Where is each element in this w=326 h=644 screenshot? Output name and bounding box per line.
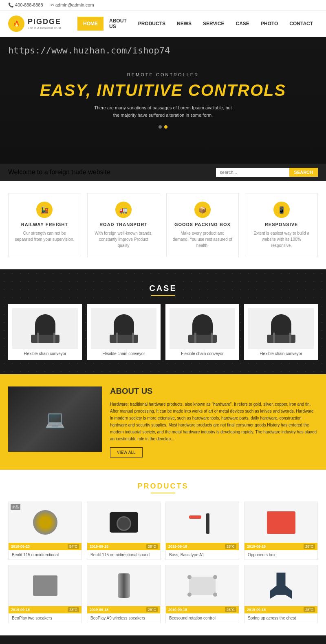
feature-card-2: 🚛 ROAD TRANSPORT With foreign well-known… (87, 193, 160, 257)
main-nav: HOME ABOUT US PRODUCTS NEWS SERVICE CASE… (77, 14, 319, 33)
footer: CONTACT 📞 Tel: 400-500-5000 📠 传真: 400-88… (0, 635, 326, 644)
case-item-4[interactable]: Flexible chain conveyor (244, 304, 318, 360)
case-label-4: Flexible chain conveyor (248, 351, 314, 356)
product-name-1: BeoIit 115 omnidirectional (9, 550, 82, 560)
product-name-7: Beosound rotation control (166, 613, 239, 623)
product-card-8[interactable]: 2019-09-18 28°C Spring up across the che… (244, 565, 318, 623)
features-section: 🚂 RAILWAY FREIGHT Our strength can not b… (0, 181, 326, 269)
about-section: ABOUT US Hardware: traditional hardware … (0, 374, 326, 470)
hero-banner: https://www.huzhan.com/ishop74 REMOTE CO… (0, 37, 326, 164)
logo[interactable]: 🔥 PIGDGE Life Is A Beautiful Trust (8, 16, 61, 32)
feature-icon-4: 📱 (273, 202, 290, 218)
product-date-7: 2019-09-18 (168, 608, 187, 612)
product-temp-4: 28°C (304, 544, 315, 549)
product-date-6: 2019-09-18 (90, 608, 108, 612)
product-card-4[interactable]: 2019-09-18 28°C Opponents box (244, 502, 318, 560)
feature-icon-1: 🚂 (36, 202, 53, 218)
product-temp-2: 28°C (146, 544, 158, 549)
feature-icon-2: 🚛 (115, 202, 132, 218)
product-temp-1: 54°C (68, 544, 79, 549)
product-visual-6 (118, 573, 130, 598)
hero-description: There are many variations of passages of… (94, 104, 232, 119)
case-item-1[interactable]: Flexible chain conveyor (8, 304, 82, 360)
product-new-badge-1: 新品 (11, 504, 20, 510)
product-datebar-4: 2019-09-18 28°C (244, 543, 317, 550)
product-name-5: BeoPlay two speakers (9, 613, 82, 623)
product-date-8: 2019-09-18 (247, 608, 266, 612)
case-img-4 (248, 308, 314, 349)
hero-title-rest: INTUITIVE CONTROLS (91, 81, 286, 99)
product-datebar-6: 2019-09-18 28°C (87, 606, 160, 613)
search-button[interactable]: SEARCH (289, 168, 318, 177)
product-card-7[interactable]: 2019-09-18 28°C Beosound rotation contro… (165, 565, 239, 623)
product-visual-4 (267, 511, 295, 534)
nav-home[interactable]: HOME (77, 17, 104, 31)
product-date-3: 2019-09-18 (168, 544, 187, 549)
hero-dots (40, 125, 286, 129)
product-card-5[interactable]: 2019-09-18 28°C BeoPlay two speakers (8, 565, 82, 623)
products-underline (151, 493, 175, 493)
nav-contact[interactable]: CONTACT (284, 17, 319, 31)
case-label-2: Flexible chain conveyor (91, 351, 156, 356)
product-img-4 (244, 502, 317, 543)
about-viewall-button[interactable]: VIEW ALL (110, 447, 143, 457)
feature-title-4: RESPONSIVE (251, 222, 311, 227)
email-address: admin@admin.com (51, 2, 94, 7)
product-img-6 (87, 565, 160, 606)
nav-service[interactable]: SERVICE (197, 17, 230, 31)
product-name-8: Spring up across the chest (244, 613, 317, 623)
logo-sub: Life Is A Beautiful Trust (28, 26, 61, 30)
phone-number: 400-888-8888 (8, 2, 43, 7)
product-datebar-2: 2019-09-18 28°C (87, 543, 160, 550)
product-card-6[interactable]: 2019-09-18 28°C BeoPlay A9 wireless spea… (87, 565, 161, 623)
product-name-2: BeoIit 115 omnidirectional sound (87, 550, 160, 560)
case-item-3[interactable]: Flexible chain conveyor (165, 304, 239, 360)
product-temp-5: 28°C (68, 607, 79, 612)
case-label-1: Flexible chain conveyor (12, 351, 78, 356)
product-temp-3: 28°C (225, 544, 236, 549)
product-img-7 (166, 565, 239, 606)
product-name-6: BeoPlay A9 wireless speakers (87, 613, 160, 623)
case-img-3 (170, 308, 235, 349)
nav-photo[interactable]: Photo (255, 17, 284, 31)
feature-desc-4: Extent is easiest way to build a website… (251, 230, 311, 249)
product-temp-6: 28°C (146, 607, 158, 612)
nav-news[interactable]: NEWS (171, 17, 197, 31)
product-img-5 (9, 565, 82, 606)
case-label-3: Flexible chain conveyor (170, 351, 235, 356)
nav-about[interactable]: ABOUT US (104, 14, 132, 33)
product-card-2[interactable]: 2019-09-18 28°C BeoIit 115 omnidirection… (87, 502, 161, 560)
product-img-2 (87, 502, 160, 543)
hero-dot-1[interactable] (159, 125, 162, 129)
top-bar: 400-888-8888 admin@admin.com (0, 0, 326, 11)
search-bar: Welcome to a foreign trade website SEARC… (0, 164, 326, 181)
case-item-2[interactable]: Flexible chain conveyor (87, 304, 161, 360)
hero-dot-2[interactable] (164, 125, 167, 129)
search-input[interactable] (216, 168, 289, 177)
feature-card-3: 📦 GOODS PACKING BOX Make every product a… (166, 193, 239, 257)
product-card-1[interactable]: 新品 2019-09-23 54°C BeoIit 115 omnidirect… (8, 502, 82, 560)
product-name-4: Opponents box (244, 550, 317, 560)
product-datebar-8: 2019-09-18 28°C (244, 606, 317, 613)
product-visual-7 (189, 577, 216, 595)
about-content: ABOUT US Hardware: traditional hardware … (110, 386, 318, 457)
about-text: Hardware: traditional hardware products,… (110, 401, 318, 442)
feature-desc-1: Our strength can not be separated from y… (15, 230, 75, 242)
product-date-2: 2019-09-18 (90, 544, 108, 549)
hero-title-highlight: EASY, (40, 81, 91, 99)
product-date-4: 2019-09-18 (247, 544, 266, 549)
product-datebar-1: 2019-09-23 54°C (9, 543, 82, 550)
products-title: PRODUCTS (8, 482, 318, 491)
product-card-3[interactable]: 2019-09-18 28°C Bass, Bass type A1 (165, 502, 239, 560)
feature-desc-3: Make every product and demand. You use r… (173, 230, 233, 249)
nav-products[interactable]: PRODUCTS (132, 17, 171, 31)
product-img-8 (244, 565, 317, 606)
product-visual-5 (33, 575, 57, 596)
feature-card-1: 🚂 RAILWAY FREIGHT Our strength can not b… (8, 193, 81, 257)
product-visual-2 (110, 512, 138, 533)
nav-case[interactable]: CASE (230, 17, 255, 31)
case-title: CASE (8, 284, 318, 293)
header: 🔥 PIGDGE Life Is A Beautiful Trust HOME … (0, 11, 326, 37)
feature-title-1: RAILWAY FREIGHT (15, 222, 75, 227)
search-bar-welcome: Welcome to a foreign trade website (8, 169, 110, 176)
